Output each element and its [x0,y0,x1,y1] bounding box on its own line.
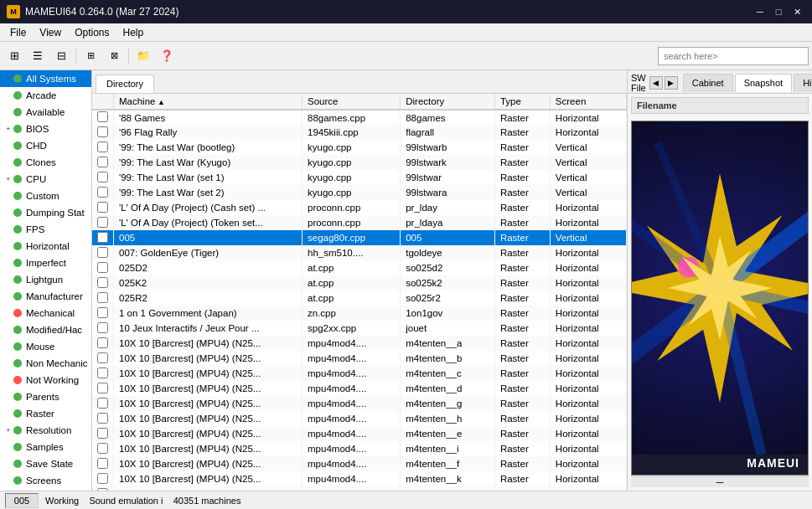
sidebar-item-clones[interactable]: Clones [0,154,91,171]
table-row[interactable]: 025K2at.cppso025k2RasterHorizontal [92,275,627,290]
table-row[interactable]: 1 on 1 Government (Japan)zn.cpp1on1govRa… [92,306,627,321]
row-checkbox-11[interactable] [97,277,108,288]
tab-cabinet[interactable]: Cabinet [683,74,733,92]
table-row[interactable]: 10 Jeux Interactifs / Jeux Pour ...spg2x… [92,321,627,336]
game-table-container[interactable]: Machine Source Directory Type Screen '88… [92,94,627,491]
sidebar-item-not-working[interactable]: Not Working [0,372,91,388]
sidebar-item-mouse[interactable]: Mouse [0,338,91,355]
row-checkbox-3[interactable] [97,157,108,167]
menu-view[interactable]: View [33,24,68,41]
col-type[interactable]: Type [494,94,550,110]
table-row[interactable]: '99: The Last War (set 2)kyugo.cpp99lstw… [92,185,627,200]
toolbar-view4-button[interactable]: ⊞ [80,45,101,67]
col-check[interactable] [92,94,114,110]
row-checkbox-22[interactable] [97,443,108,454]
row-checkbox-17[interactable] [97,368,108,378]
row-checkbox-0[interactable] [97,111,108,122]
row-checkbox-23[interactable] [97,458,108,469]
sidebar-item-manufacturer[interactable]: Manufacturer [0,288,91,305]
search-input[interactable] [658,47,809,65]
toolbar-folder-button[interactable]: 📁 [132,45,154,67]
sidebar-item-save-state[interactable]: Save State [0,455,91,472]
row-checkbox-8[interactable] [97,232,108,243]
table-row[interactable]: 025D2at.cppso025d2RasterHorizontal [92,260,627,275]
table-row[interactable]: 10X 10 [Barcrest] (MPU4) (N25...mpu4mod4… [92,366,627,381]
menu-options[interactable]: Options [68,24,116,41]
row-checkbox-16[interactable] [97,352,108,363]
menu-file[interactable]: File [3,24,33,41]
sidebar-item-imperfect[interactable]: Imperfect [0,254,91,271]
nav-next-button[interactable]: ▶ [665,76,678,90]
sidebar-item-parents[interactable]: Parents [0,388,91,405]
row-checkbox-13[interactable] [97,307,108,318]
col-directory[interactable]: Directory [401,94,495,110]
sidebar-item-dumping-stat[interactable]: Dumping Stat [0,204,91,221]
table-row[interactable]: 10X 10 [Barcrest] (MPU4) (N25...mpu4mod4… [92,441,627,456]
sidebar-item-available[interactable]: Available [0,104,91,121]
toolbar-help-button[interactable]: ❓ [156,45,178,67]
table-row[interactable]: 10X 10 [Barcrest] (MPU4) (N25...mpu4mod4… [92,351,627,366]
tab-history[interactable]: History [794,74,812,92]
sidebar-item-all-systems[interactable]: +All Systems [0,70,91,87]
row-checkbox-9[interactable] [97,247,108,258]
row-checkbox-5[interactable] [97,187,108,198]
row-checkbox-19[interactable] [97,398,108,409]
sidebar-item-resolution[interactable]: +Resolution [0,422,91,439]
table-row[interactable]: '99: The Last War (set 1)kyugo.cpp99lstw… [92,170,627,185]
sidebar-item-modified-hac[interactable]: Modified/Hac [0,321,91,338]
toolbar-view5-button[interactable]: ⊠ [103,45,125,67]
sidebar-item-screens[interactable]: Screens [0,472,91,489]
right-scrollbar[interactable]: ─ [631,476,809,487]
sidebar-item-chd[interactable]: CHD [0,137,91,154]
tab-directory[interactable]: Directory [96,75,154,93]
minimize-button[interactable]: ─ [752,3,768,20]
row-checkbox-6[interactable] [97,202,108,213]
table-row[interactable]: 10X 10 [Barcrest] (MPU4) (N25...mpu4mod4… [92,411,627,426]
row-checkbox-2[interactable] [97,141,108,152]
table-row[interactable]: 005segag80r.cpp005RasterVertical [92,230,627,245]
table-row[interactable]: 10X 10 [Barcrest] (MPU4) (N25...mpu4mod4… [92,381,627,396]
sidebar-item-fps[interactable]: FPS [0,221,91,238]
tab-snapshot[interactable]: Snapshot [735,74,792,92]
table-row[interactable]: 025R2at.cppso025r2RasterHorizontal [92,290,627,306]
col-screen[interactable]: Screen [550,94,626,110]
table-row[interactable]: '88 Games88games.cpp88gamesRasterHorizon… [92,110,627,125]
nav-prev-button[interactable]: ◀ [649,76,663,90]
close-button[interactable]: ✕ [789,3,805,20]
toolbar-view3-button[interactable]: ⊟ [50,45,72,67]
col-machine[interactable]: Machine [114,94,303,110]
col-source[interactable]: Source [303,94,401,110]
table-row[interactable]: 10X 10 [Barcrest] (MPU4) (N25...mpu4mod4… [92,336,627,351]
row-checkbox-10[interactable] [97,262,108,273]
table-row[interactable]: '96 Flag Rally1945kiii.cppflagrallRaster… [92,125,627,140]
row-checkbox-15[interactable] [97,337,108,348]
row-checkbox-12[interactable] [97,292,108,303]
sidebar-item-raster[interactable]: Raster [0,405,91,422]
table-row[interactable]: 'L' Of A Day (Project) (Token set...proc… [92,215,627,230]
table-row[interactable]: 10X 10 [Barcrest] (MPU4) (N25...mpu4mod4… [92,396,627,411]
row-checkbox-1[interactable] [97,126,108,137]
sidebar-item-samples[interactable]: Samples [0,439,91,455]
row-checkbox-7[interactable] [97,217,108,228]
menu-help[interactable]: Help [116,24,151,41]
table-row[interactable]: 10X 10 [Barcrest] (MPU4) (N25...mpu4mod4… [92,471,627,486]
sidebar-item-bios[interactable]: +BIOS [0,121,91,137]
sidebar-item-non-mechanic[interactable]: Non Mechanic [0,355,91,372]
sidebar-item-horizontal[interactable]: Horizontal [0,238,91,254]
row-checkbox-20[interactable] [97,413,108,424]
toolbar-view2-button[interactable]: ☰ [27,45,49,67]
table-row[interactable]: 007: GoldenEye (Tiger)hh_sm510....tgolde… [92,245,627,260]
table-row[interactable]: 'L' Of A Day (Project) (Cash set) ...pro… [92,200,627,215]
sidebar-item-arcade[interactable]: Arcade [0,87,91,104]
table-row[interactable]: 10X 10 [Barcrest] (MPU4) (N25...mpu4mod4… [92,456,627,471]
row-checkbox-21[interactable] [97,428,108,439]
maximize-button[interactable]: □ [770,3,787,20]
row-checkbox-4[interactable] [97,172,108,183]
table-row[interactable]: '99: The Last War (Kyugo)kyugo.cpp99lstw… [92,155,627,170]
toolbar-view1-button[interactable]: ⊞ [3,45,25,67]
row-checkbox-24[interactable] [97,473,108,484]
sidebar-item-mechanical[interactable]: Mechanical [0,305,91,321]
table-row[interactable]: '99: The Last War (bootleg)kyugo.cpp99ls… [92,140,627,155]
sidebar-item-lightgun[interactable]: Lightgun [0,271,91,288]
sidebar-item-custom[interactable]: Custom [0,188,91,204]
